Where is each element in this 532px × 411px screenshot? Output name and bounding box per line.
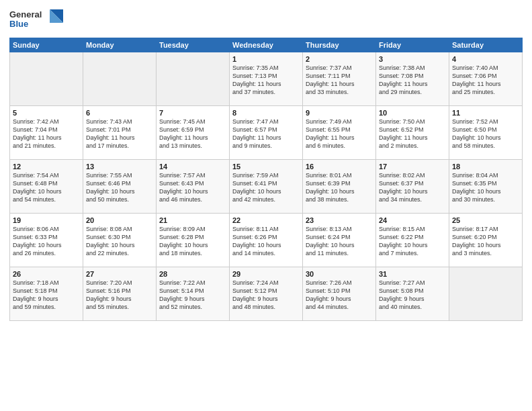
day-info: Sunrise: 7:22 AM Sunset: 5:14 PM Dayligh…: [159, 279, 226, 312]
calendar-cell: [10, 52, 83, 106]
calendar-week-3: 12Sunrise: 7:54 AM Sunset: 6:48 PM Dayli…: [10, 160, 523, 214]
day-number: 21: [159, 216, 226, 224]
calendar-cell: 11Sunrise: 7:52 AM Sunset: 6:50 PM Dayli…: [449, 106, 523, 160]
day-info: Sunrise: 7:54 AM Sunset: 6:48 PM Dayligh…: [13, 171, 80, 204]
day-number: 9: [306, 109, 373, 117]
day-number: 24: [379, 216, 446, 224]
day-info: Sunrise: 7:50 AM Sunset: 6:52 PM Dayligh…: [379, 118, 446, 150]
calendar-cell: 13Sunrise: 7:55 AM Sunset: 6:46 PM Dayli…: [83, 160, 157, 214]
day-info: Sunrise: 8:17 AM Sunset: 6:20 PM Dayligh…: [452, 225, 519, 258]
calendar-cell: 9Sunrise: 7:49 AM Sunset: 6:55 PM Daylig…: [303, 106, 376, 160]
calendar-cell: 28Sunrise: 7:22 AM Sunset: 5:14 PM Dayli…: [157, 267, 230, 321]
day-number: 25: [452, 216, 519, 224]
day-number: 15: [232, 163, 300, 171]
svg-text:Blue: Blue: [9, 19, 28, 29]
weekday-header-monday: Monday: [83, 38, 157, 52]
day-info: Sunrise: 7:20 AM Sunset: 5:16 PM Dayligh…: [86, 279, 153, 312]
calendar-cell: 31Sunrise: 7:27 AM Sunset: 5:08 PM Dayli…: [376, 267, 449, 321]
calendar-cell: 30Sunrise: 7:26 AM Sunset: 5:10 PM Dayli…: [303, 267, 376, 321]
day-number: 19: [13, 216, 80, 224]
calendar-cell: [83, 52, 157, 106]
day-info: Sunrise: 7:59 AM Sunset: 6:41 PM Dayligh…: [232, 171, 300, 204]
calendar-cell: 26Sunrise: 7:18 AM Sunset: 5:18 PM Dayli…: [10, 267, 83, 321]
calendar-cell: 5Sunrise: 7:42 AM Sunset: 7:04 PM Daylig…: [10, 106, 83, 160]
calendar-cell: 22Sunrise: 8:11 AM Sunset: 6:26 PM Dayli…: [230, 214, 303, 267]
day-number: 5: [13, 109, 80, 117]
calendar-week-5: 26Sunrise: 7:18 AM Sunset: 5:18 PM Dayli…: [10, 267, 523, 321]
day-number: 12: [13, 163, 80, 171]
calendar-cell: 25Sunrise: 8:17 AM Sunset: 6:20 PM Dayli…: [449, 214, 523, 267]
day-number: 7: [159, 109, 226, 117]
day-number: 23: [306, 216, 373, 224]
day-info: Sunrise: 7:42 AM Sunset: 7:04 PM Dayligh…: [13, 118, 80, 150]
day-number: 17: [379, 163, 446, 171]
day-info: Sunrise: 7:24 AM Sunset: 5:12 PM Dayligh…: [232, 279, 300, 312]
day-info: Sunrise: 8:11 AM Sunset: 6:26 PM Dayligh…: [232, 225, 300, 258]
weekday-header-row: SundayMondayTuesdayWednesdayThursdayFrid…: [10, 38, 523, 52]
calendar-week-1: 1Sunrise: 7:35 AM Sunset: 7:13 PM Daylig…: [10, 52, 523, 106]
day-info: Sunrise: 8:09 AM Sunset: 6:28 PM Dayligh…: [159, 225, 226, 258]
weekday-header-wednesday: Wednesday: [230, 38, 303, 52]
day-info: Sunrise: 8:02 AM Sunset: 6:37 PM Dayligh…: [379, 171, 446, 204]
main-container: General Blue SundayMondayTuesdayWednesda…: [0, 0, 532, 326]
weekday-header-thursday: Thursday: [303, 38, 376, 52]
calendar-cell: 10Sunrise: 7:50 AM Sunset: 6:52 PM Dayli…: [376, 106, 449, 160]
calendar-cell: 6Sunrise: 7:43 AM Sunset: 7:01 PM Daylig…: [83, 106, 157, 160]
calendar-cell: 15Sunrise: 7:59 AM Sunset: 6:41 PM Dayli…: [230, 160, 303, 214]
calendar-cell: 20Sunrise: 8:08 AM Sunset: 6:30 PM Dayli…: [83, 214, 157, 267]
day-info: Sunrise: 8:01 AM Sunset: 6:39 PM Dayligh…: [306, 171, 373, 204]
day-number: 29: [232, 270, 300, 278]
day-info: Sunrise: 8:06 AM Sunset: 6:33 PM Dayligh…: [13, 225, 80, 258]
day-number: 18: [452, 163, 519, 171]
calendar-week-4: 19Sunrise: 8:06 AM Sunset: 6:33 PM Dayli…: [10, 214, 523, 267]
day-number: 3: [379, 55, 446, 63]
calendar-cell: 3Sunrise: 7:38 AM Sunset: 7:08 PM Daylig…: [376, 52, 449, 106]
day-info: Sunrise: 7:27 AM Sunset: 5:08 PM Dayligh…: [379, 279, 446, 312]
day-info: Sunrise: 7:45 AM Sunset: 6:59 PM Dayligh…: [159, 118, 226, 150]
day-info: Sunrise: 8:13 AM Sunset: 6:24 PM Dayligh…: [306, 225, 373, 258]
day-info: Sunrise: 7:52 AM Sunset: 6:50 PM Dayligh…: [452, 118, 519, 150]
day-info: Sunrise: 7:49 AM Sunset: 6:55 PM Dayligh…: [306, 118, 373, 150]
day-number: 16: [306, 163, 373, 171]
calendar-cell: 12Sunrise: 7:54 AM Sunset: 6:48 PM Dayli…: [10, 160, 83, 214]
calendar-cell: [449, 267, 523, 321]
day-info: Sunrise: 7:26 AM Sunset: 5:10 PM Dayligh…: [306, 279, 373, 312]
weekday-header-sunday: Sunday: [10, 38, 83, 52]
day-number: 4: [452, 55, 519, 63]
calendar-cell: 4Sunrise: 7:40 AM Sunset: 7:06 PM Daylig…: [449, 52, 523, 106]
calendar-cell: 7Sunrise: 7:45 AM Sunset: 6:59 PM Daylig…: [157, 106, 230, 160]
svg-text:General: General: [9, 9, 42, 19]
calendar-cell: 29Sunrise: 7:24 AM Sunset: 5:12 PM Dayli…: [230, 267, 303, 321]
day-number: 2: [306, 55, 373, 63]
logo-text: General Blue: [9, 7, 70, 35]
day-number: 30: [306, 270, 373, 278]
day-number: 1: [232, 55, 300, 63]
day-info: Sunrise: 7:37 AM Sunset: 7:11 PM Dayligh…: [306, 64, 373, 97]
calendar-cell: 24Sunrise: 8:15 AM Sunset: 6:22 PM Dayli…: [376, 214, 449, 267]
day-info: Sunrise: 7:35 AM Sunset: 7:13 PM Dayligh…: [232, 64, 300, 97]
day-info: Sunrise: 7:55 AM Sunset: 6:46 PM Dayligh…: [86, 171, 153, 204]
calendar-cell: [157, 52, 230, 106]
weekday-header-saturday: Saturday: [449, 38, 523, 52]
day-number: 6: [86, 109, 153, 117]
day-info: Sunrise: 8:08 AM Sunset: 6:30 PM Dayligh…: [86, 225, 153, 258]
calendar-cell: 17Sunrise: 8:02 AM Sunset: 6:37 PM Dayli…: [376, 160, 449, 214]
calendar-cell: 1Sunrise: 7:35 AM Sunset: 7:13 PM Daylig…: [230, 52, 303, 106]
day-info: Sunrise: 7:57 AM Sunset: 6:43 PM Dayligh…: [159, 171, 226, 204]
logo: General Blue: [9, 7, 70, 35]
day-number: 31: [379, 270, 446, 278]
day-number: 22: [232, 216, 300, 224]
day-number: 27: [86, 270, 153, 278]
calendar-week-2: 5Sunrise: 7:42 AM Sunset: 7:04 PM Daylig…: [10, 106, 523, 160]
day-info: Sunrise: 8:15 AM Sunset: 6:22 PM Dayligh…: [379, 225, 446, 258]
day-number: 10: [379, 109, 446, 117]
calendar-cell: 21Sunrise: 8:09 AM Sunset: 6:28 PM Dayli…: [157, 214, 230, 267]
day-info: Sunrise: 7:38 AM Sunset: 7:08 PM Dayligh…: [379, 64, 446, 97]
day-info: Sunrise: 8:04 AM Sunset: 6:35 PM Dayligh…: [452, 171, 519, 204]
day-info: Sunrise: 7:43 AM Sunset: 7:01 PM Dayligh…: [86, 118, 153, 150]
day-number: 26: [13, 270, 80, 278]
day-number: 11: [452, 109, 519, 117]
calendar-cell: 27Sunrise: 7:20 AM Sunset: 5:16 PM Dayli…: [83, 267, 157, 321]
calendar-cell: 16Sunrise: 8:01 AM Sunset: 6:39 PM Dayli…: [303, 160, 376, 214]
day-number: 28: [159, 270, 226, 278]
